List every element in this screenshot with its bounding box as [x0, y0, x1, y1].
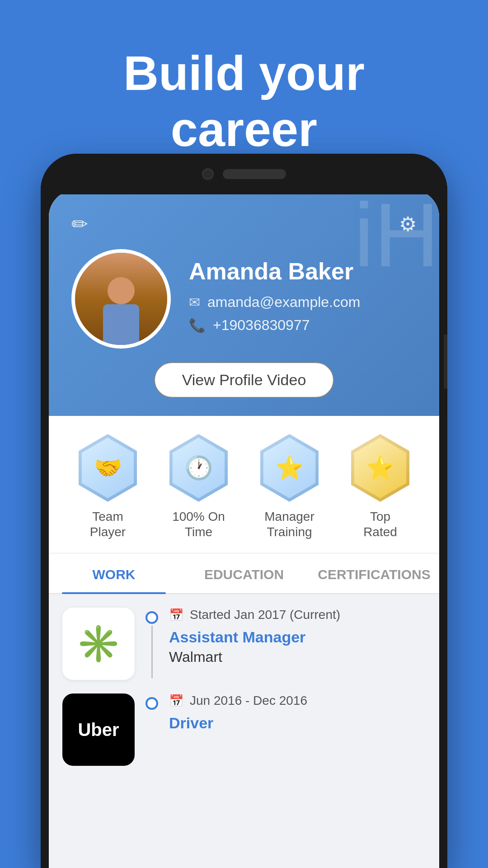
profile-name: Amanda Baker [189, 258, 417, 285]
team-player-hex: 🤝 [74, 434, 142, 502]
tabs-section: WORK EDUCATION CERTIFICATIONS [49, 553, 439, 594]
profile-info: Amanda Baker ✉ amanda@example.com 📞 +190… [189, 258, 417, 340]
phone-speaker [223, 169, 286, 179]
profile-email-row: ✉ amanda@example.com [189, 294, 417, 311]
work-entry-uber: Uber 📅 Jun 2016 - Dec 2016 Driver [62, 693, 426, 766]
top-rated-label: TopRated [363, 509, 397, 539]
calendar-icon-uber: 📅 [169, 694, 183, 708]
calendar-icon-walmart: 📅 [169, 608, 183, 622]
phone-top-bar [41, 154, 447, 194]
profile-header-icons: ✏ ⚙ [71, 212, 417, 236]
walmart-work-details: 📅 Started Jan 2017 (Current) Assistant M… [169, 608, 426, 680]
timeline-uber [145, 693, 158, 766]
uber-work-details: 📅 Jun 2016 - Dec 2016 Driver [169, 693, 426, 766]
profile-phone-row: 📞 +19036830977 [189, 317, 417, 334]
timeline-walmart [145, 608, 158, 680]
on-time-label: 100% OnTime [172, 509, 225, 539]
walmart-spark-icon: ✳️ [76, 623, 121, 665]
profile-email: amanda@example.com [207, 294, 360, 311]
timeline-line-walmart [151, 626, 153, 678]
timeline-dot-uber [145, 697, 158, 710]
view-profile-video-button[interactable]: View Profile Video [154, 362, 334, 398]
badge-top-rated: ⭐ TopRated [347, 434, 414, 539]
uber-job-title: Driver [169, 714, 426, 732]
badge-on-time: 🕐 100% OnTime [165, 434, 233, 539]
profile-header: iH ✏ ⚙ Amanda Baker ✉ [49, 190, 439, 416]
phone-side-button [444, 335, 447, 389]
tab-certifications[interactable]: CERTIFICATIONS [309, 553, 439, 593]
phone-camera [202, 168, 214, 180]
walmart-job-title: Assistant Manager [169, 628, 426, 646]
timeline-dot-walmart [145, 611, 158, 624]
edit-icon[interactable]: ✏ [71, 212, 88, 236]
uber-date: 📅 Jun 2016 - Dec 2016 [169, 693, 426, 708]
work-section: ✳️ 📅 Started Jan 2017 (Current) Assistan… [49, 594, 439, 793]
phone-frame: iH ✏ ⚙ Amanda Baker ✉ [41, 154, 447, 868]
profile-content: Amanda Baker ✉ amanda@example.com 📞 +190… [71, 249, 417, 349]
badge-manager-training: ⭐ ManagerTraining [256, 434, 324, 539]
badges-section: 🤝 TeamPlayer 🕐 100% OnTime ⭐ ManagerTrai… [49, 416, 439, 553]
phone-icon: 📞 [189, 317, 206, 333]
top-rated-hex: ⭐ [347, 434, 414, 502]
walmart-date: 📅 Started Jan 2017 (Current) [169, 608, 426, 622]
walmart-logo: ✳️ [62, 608, 135, 680]
hero-headline: Build your career [0, 45, 488, 157]
headline-line1: Build your [0, 45, 488, 101]
settings-icon[interactable]: ⚙ [399, 212, 417, 236]
phone-screen: iH ✏ ⚙ Amanda Baker ✉ [49, 190, 439, 868]
headline-line2: career [0, 101, 488, 157]
team-player-label: TeamPlayer [90, 509, 126, 539]
profile-phone: +19036830977 [213, 317, 310, 334]
uber-logo: Uber [62, 693, 135, 766]
manager-training-label: ManagerTraining [264, 509, 314, 539]
tab-work[interactable]: WORK [49, 553, 179, 593]
manager-training-hex: ⭐ [256, 434, 324, 502]
email-icon: ✉ [189, 294, 200, 310]
walmart-company-name: Walmart [169, 649, 426, 665]
work-entry-walmart: ✳️ 📅 Started Jan 2017 (Current) Assistan… [62, 608, 426, 680]
on-time-hex: 🕐 [165, 434, 233, 502]
tab-education[interactable]: EDUCATION [179, 553, 309, 593]
avatar [71, 249, 171, 349]
badge-team-player: 🤝 TeamPlayer [74, 434, 142, 539]
